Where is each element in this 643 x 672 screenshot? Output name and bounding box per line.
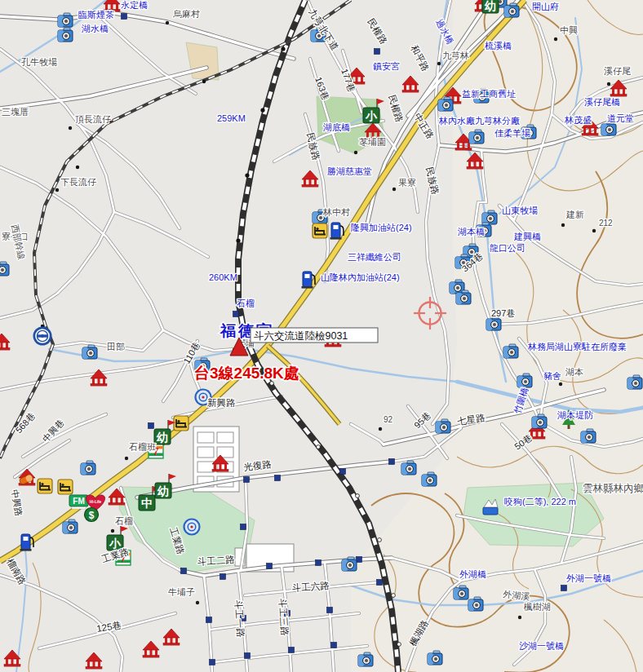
map-label: 果寮 — [398, 178, 416, 188]
traffic-signal-square[interactable] — [389, 459, 395, 465]
traffic-signal-square[interactable] — [316, 560, 322, 566]
train-station-icon[interactable] — [33, 327, 52, 346]
pump-base — [302, 286, 313, 289]
speed-camera-icon[interactable] — [358, 652, 373, 666]
speed-camera-icon[interactable] — [601, 122, 616, 135]
camera-lens — [476, 136, 479, 139]
traffic-signal-square[interactable] — [289, 648, 295, 653]
traffic-signal-square[interactable] — [220, 574, 226, 580]
traffic-signal-square[interactable] — [241, 524, 246, 530]
temple-pillar — [410, 85, 412, 91]
km-note-label: 台3線245.8K處 — [194, 365, 299, 382]
freeway-km-dot — [245, 173, 249, 177]
hotel-icon[interactable] — [313, 223, 327, 238]
traffic-signal-square[interactable] — [233, 312, 239, 317]
speed-camera-icon[interactable] — [581, 429, 596, 443]
map-label: 山東牧場 — [502, 206, 538, 215]
speed-camera-icon[interactable] — [81, 461, 95, 475]
settlement-dot — [607, 82, 610, 86]
pump-window — [24, 537, 29, 541]
map-label: 湖本 — [565, 367, 583, 377]
map-label: 臨斯煙茶 — [78, 10, 114, 20]
temple-pillar — [356, 77, 358, 82]
traffic-signal-square[interactable] — [210, 660, 215, 665]
speed-camera-icon[interactable] — [456, 290, 471, 304]
fm-radio-icon[interactable]: FM — [69, 495, 88, 509]
freeway-km-dot — [317, 445, 321, 449]
traffic-signal-square[interactable] — [357, 557, 362, 563]
speed-camera-icon[interactable] — [503, 344, 518, 358]
traffic-signal-square[interactable] — [275, 475, 281, 481]
traffic-signal-square[interactable] — [181, 568, 187, 574]
map-label: 咬狗(二等), 222 m — [504, 497, 576, 506]
speed-camera-icon[interactable] — [58, 13, 73, 27]
camera-lens — [511, 10, 514, 13]
traffic-signal-square[interactable] — [122, 14, 127, 20]
settlement-dot — [392, 188, 396, 191]
settlement-dot — [166, 21, 169, 24]
speed-camera-icon[interactable] — [532, 414, 547, 428]
map-label: 開山府 — [532, 2, 559, 11]
temple-pillar — [171, 638, 173, 643]
speed-camera-icon[interactable] — [0, 262, 9, 276]
school-glyph: 小 — [365, 109, 378, 122]
speed-camera-icon[interactable] — [342, 557, 357, 571]
roundabout-icon[interactable] — [184, 519, 200, 535]
hotel-icon[interactable] — [58, 480, 73, 494]
map-label: 牛埔子 — [168, 587, 195, 597]
speed-camera-icon[interactable] — [438, 97, 453, 111]
speed-camera-icon[interactable] — [517, 374, 532, 387]
map-label: 建興橋 — [513, 232, 541, 241]
traffic-signal-square[interactable] — [327, 608, 333, 613]
traffic-signal-square[interactable] — [375, 49, 380, 55]
temple-base — [325, 345, 341, 347]
map-label: 永定橋 — [121, 0, 148, 10]
speed-camera-icon[interactable] — [401, 461, 416, 475]
traffic-signal-square[interactable] — [149, 423, 154, 429]
hotel-icon[interactable] — [174, 416, 188, 431]
pump-base — [330, 237, 342, 240]
speed-camera-icon[interactable] — [436, 419, 450, 433]
traffic-signal-square[interactable] — [206, 617, 212, 623]
bed-glyph — [41, 483, 43, 485]
traffic-signal-square[interactable] — [267, 564, 273, 569]
camera-lens — [442, 426, 446, 429]
speed-camera-icon[interactable] — [486, 316, 501, 330]
temple-pillar — [214, 464, 216, 470]
temple-pillar — [98, 378, 100, 384]
map-canvas[interactable]: 77小中小幼幼幼FMHi-Life$臨斯煙茶永定橋湖水橋烏麻村孔牛牧場三塊厝頂長… — [0, 0, 643, 672]
traffic-signal-square[interactable] — [245, 653, 251, 659]
speed-camera-icon[interactable] — [82, 345, 97, 359]
camera-lens — [87, 467, 91, 471]
traffic-signal-square[interactable] — [331, 643, 337, 648]
traffic-signal-square[interactable] — [561, 586, 567, 591]
speed-camera-icon[interactable] — [454, 586, 468, 599]
speed-camera-icon[interactable] — [58, 28, 73, 42]
speed-camera-icon[interactable] — [63, 519, 78, 533]
bank-icon[interactable]: $ — [85, 508, 99, 522]
speed-camera-icon[interactable] — [504, 3, 519, 17]
mtn-base — [483, 507, 498, 515]
map-label: 溪仔尾橋 — [584, 97, 620, 107]
map-label: 孔牛牧場 — [21, 57, 57, 67]
temple-pillar — [224, 464, 227, 470]
temple-base — [582, 134, 598, 136]
speed-camera-icon[interactable] — [468, 597, 483, 611]
map-label: 建新 — [565, 210, 584, 219]
temple-pillar — [6, 343, 8, 348]
map-label: 三塊厝 — [2, 107, 29, 117]
speed-camera-icon[interactable] — [428, 651, 442, 665]
temple-pillar — [1, 343, 3, 348]
settlement-dot — [55, 188, 59, 192]
speed-camera-icon[interactable] — [482, 210, 497, 224]
traffic-signal-square[interactable] — [340, 469, 346, 475]
speed-camera-icon[interactable] — [627, 375, 642, 389]
traffic-signal-square[interactable] — [377, 580, 383, 586]
fm-base — [72, 507, 86, 510]
speed-camera-icon[interactable] — [422, 472, 437, 486]
speed-camera-icon[interactable] — [469, 130, 484, 144]
traffic-signal-square[interactable] — [244, 477, 250, 483]
hotel-icon[interactable] — [38, 479, 52, 493]
temple-base — [86, 667, 102, 670]
pump-base — [20, 549, 32, 551]
